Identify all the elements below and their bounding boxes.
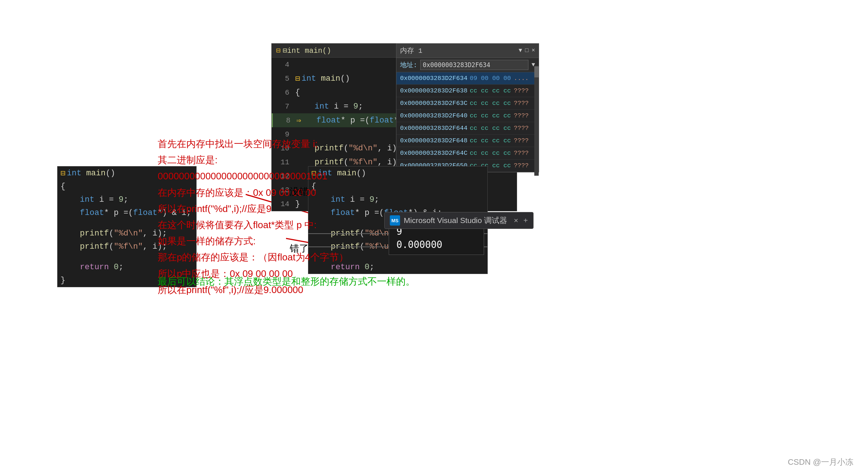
- memory-controls[interactable]: ▼ □ ×: [519, 47, 535, 54]
- memory-row-0: 0x0000003283D2F634 09 00 00 00 ....: [396, 72, 539, 85]
- annotation-line2: 其二进制应是:: [158, 152, 348, 168]
- memory-row-1: 0x0000003283D2F638 cc cc cc cc ????: [396, 85, 539, 97]
- annotation-line6: 在这个时候将值要存入float*类型 p 中:: [158, 217, 348, 233]
- memory-close-btn[interactable]: ×: [531, 47, 535, 54]
- conclusion-text: 最后可以结论：其浮点数类型是和整形的存储方式不一样的。: [158, 275, 415, 288]
- memory-panel: 内存 1 ▼ □ × 地址: ▼ 0x0000003283D2F634 09 0…: [396, 43, 539, 172]
- execution-arrow: ⇒: [296, 116, 301, 125]
- memory-row-5: 0x0000003283D2F648 cc cc cc cc ????: [396, 135, 539, 147]
- address-input[interactable]: [420, 60, 529, 70]
- address-label: 地址:: [400, 61, 417, 69]
- memory-scrollbar-thumb[interactable]: [534, 66, 539, 77]
- memory-dropdown-btn[interactable]: ▼: [519, 47, 522, 54]
- annotation-line7: 如果是一样的储存方式:: [158, 233, 348, 249]
- toast-add-btn[interactable]: +: [523, 216, 528, 225]
- csdn-watermark: CSDN @一月小冻: [788, 457, 853, 468]
- memory-title: 内存 1: [400, 46, 422, 55]
- annotation-area: 首先在内存中找出一块空间存放变量 i; 其二进制应是: 000000000000…: [158, 136, 348, 298]
- memory-address-row: 地址: ▼: [396, 58, 539, 72]
- no-error-label: 没错: [290, 185, 309, 198]
- memory-row-4: 0x0000003283D2F644 cc cc cc cc ????: [396, 122, 539, 135]
- collapse-icon: ⊟: [276, 46, 281, 55]
- toast-icon: MS: [390, 215, 400, 226]
- annotation-line5: 所以在printf("%d",i);//应是9: [158, 201, 348, 217]
- annotation-line3: 00000000000000000000000000001001: [158, 168, 348, 184]
- annotation-line4: 在内存中存的应该是：0x 09 00 00 00: [158, 184, 348, 201]
- annotation-line8: 那在p的储存的应该是：（因float为4个字节）: [158, 249, 348, 265]
- memory-header: 内存 1 ▼ □ ×: [396, 44, 539, 58]
- toast-label: Microsoft Visual Studio 调试器: [404, 215, 507, 226]
- toast-notification: MS Microsoft Visual Studio 调试器 × +: [384, 212, 534, 229]
- memory-row-6: 0x0000003283D2F64C cc cc cc cc ????: [396, 147, 539, 160]
- memory-row-2: 0x0000003283D2F63C cc cc cc cc ????: [396, 97, 539, 110]
- annotation-line1: 首先在内存中找出一块空间存放变量 i;: [158, 136, 348, 152]
- error-label: 错了: [290, 242, 309, 255]
- memory-restore-btn[interactable]: □: [525, 47, 529, 54]
- debug-output-line2: 0.000000: [396, 239, 476, 250]
- memory-scrollbar[interactable]: [534, 66, 539, 176]
- toast-close-btn[interactable]: ×: [514, 216, 518, 225]
- code-function-label: ⊟int main(): [283, 46, 331, 55]
- memory-row-3: 0x0000003283D2F640 cc cc cc cc ????: [396, 110, 539, 122]
